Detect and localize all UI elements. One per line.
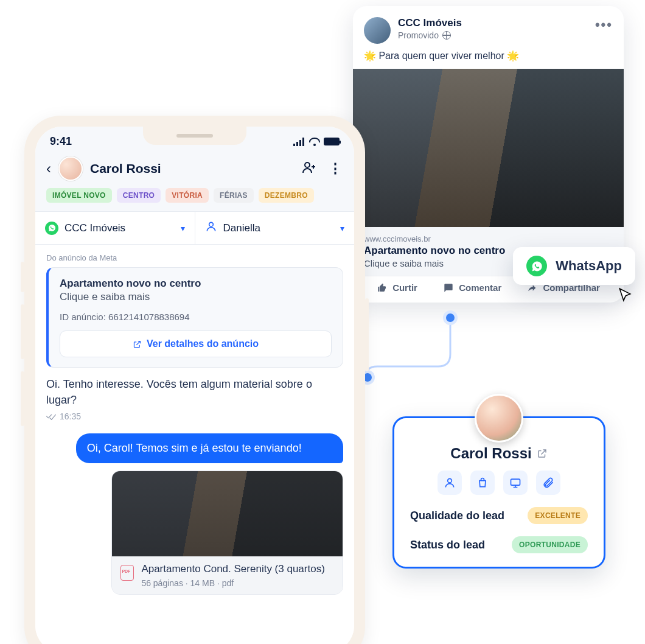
ad-id: ID anúncio: 6612141078838694 [60, 312, 332, 322]
tag[interactable]: DEZEMBRO [259, 188, 314, 203]
post-image[interactable] [353, 69, 624, 227]
post-page-name[interactable]: CCC Imóveis [398, 17, 588, 29]
cursor-icon [617, 287, 633, 306]
contact-avatar[interactable] [58, 156, 83, 181]
svg-point-1 [446, 313, 455, 322]
lead-quality-label: Qualidade do lead [410, 509, 504, 522]
attachment-thumbnail [112, 471, 343, 556]
whatsapp-cta-chip[interactable]: WhatsApp [513, 247, 635, 285]
svg-point-4 [305, 163, 310, 167]
outgoing-message: Oi, Carol! Temos sim e já estou te envia… [76, 433, 343, 463]
agent-selector[interactable]: Daniella ▾ [195, 212, 355, 244]
tag-list: IMÓVEL NOVOCENTROVITÓRIAFÉRIASDEZEMBRO [46, 188, 343, 203]
post-menu-icon[interactable]: ••• [595, 17, 613, 33]
ad-subtitle: Clique e saiba mais [60, 291, 332, 303]
comment-button[interactable]: Comentar [443, 282, 501, 293]
channel-selector[interactable]: CCC Imóveis ▾ [35, 212, 195, 244]
post-caption: 🌟 Para quem quer viver melhor 🌟 [364, 50, 613, 61]
lead-avatar[interactable] [475, 394, 523, 443]
whatsapp-icon [45, 222, 58, 235]
post-avatar [364, 17, 391, 44]
attachment-card[interactable]: Apartamento Cond. Serenity (3 quartos) 5… [111, 471, 343, 595]
signal-icon [293, 138, 305, 146]
tag[interactable]: IMÓVEL NOVO [46, 188, 112, 203]
lead-card: Carol Rossi Qualidade do lead EXCELENTE … [392, 416, 605, 569]
contact-name[interactable]: Carol Rossi [90, 161, 292, 176]
double-check-icon [46, 413, 56, 420]
tag[interactable]: VITÓRIA [166, 188, 209, 203]
like-label: Curtir [392, 282, 417, 293]
ad-title: Apartamento novo no centro [60, 278, 332, 290]
attachment-meta: 56 páginas · 14 MB · pdf [141, 578, 324, 588]
comment-label: Comentar [459, 282, 501, 293]
phone-frame: 9:41 ‹ Carol Rossi ⋮ IMÓVEL NOVOCENTROVI… [24, 116, 365, 644]
whatsapp-chip-label: WhatsApp [556, 258, 622, 274]
post-domain: www.cccimoveis.br [364, 234, 613, 243]
person-icon [205, 220, 217, 236]
channel-name: CCC Imóveis [64, 222, 125, 234]
post-promoted-label: Promovido [398, 30, 439, 40]
lead-quality-badge: EXCELENTE [528, 507, 588, 524]
external-link-icon[interactable] [537, 448, 548, 459]
whatsapp-icon [526, 256, 547, 276]
lead-tab-profile[interactable] [438, 471, 462, 495]
ad-button-label: Ver detalhes do anúncio [147, 338, 259, 349]
chevron-down-icon: ▾ [181, 223, 185, 233]
battery-icon [324, 138, 340, 145]
chat-header: ‹ Carol Rossi ⋮ IMÓVEL NOVOCENTROVITÓRIA… [35, 153, 354, 211]
svg-rect-7 [511, 479, 520, 485]
incoming-message: Oi. Tenho interesse. Vocês tem algum mat… [46, 376, 343, 408]
globe-icon [442, 31, 451, 40]
phone-notch [143, 127, 246, 145]
message-time: 16:35 [60, 411, 81, 421]
pdf-icon [120, 565, 134, 581]
chat-body[interactable]: Do anúncio da Meta Apartamento novo no c… [35, 245, 354, 644]
ad-source-label: Do anúncio da Meta [46, 253, 343, 262]
kebab-menu-icon[interactable]: ⋮ [326, 158, 343, 179]
lead-status-badge: OPORTUNIDADE [512, 536, 588, 553]
message-timestamp: 16:35 [46, 411, 343, 421]
back-button[interactable]: ‹ [46, 160, 51, 177]
chevron-down-icon: ▾ [340, 223, 344, 233]
external-link-icon [133, 340, 142, 349]
tag[interactable]: FÉRIAS [214, 188, 254, 203]
add-person-button[interactable] [299, 158, 319, 180]
lead-tab-bag[interactable] [470, 471, 495, 495]
attachment-title: Apartamento Cond. Serenity (3 quartos) [141, 562, 324, 576]
status-time: 9:41 [50, 135, 72, 148]
svg-point-5 [209, 222, 213, 226]
like-button[interactable]: Curtir [377, 282, 417, 293]
tag[interactable]: CENTRO [117, 188, 161, 203]
ad-details-button[interactable]: Ver detalhes do anúncio [60, 331, 332, 357]
wifi-icon [309, 138, 320, 146]
agent-name: Daniella [223, 222, 260, 234]
lead-tab-display[interactable] [503, 471, 528, 495]
lead-name[interactable]: Carol Rossi [450, 445, 531, 462]
lead-status-label: Status do lead [410, 539, 485, 551]
ad-context-card: Apartamento novo no centro Clique e saib… [46, 267, 343, 368]
lead-tab-attachment[interactable] [536, 471, 560, 495]
svg-point-6 [448, 478, 452, 483]
connector-line [359, 314, 469, 387]
